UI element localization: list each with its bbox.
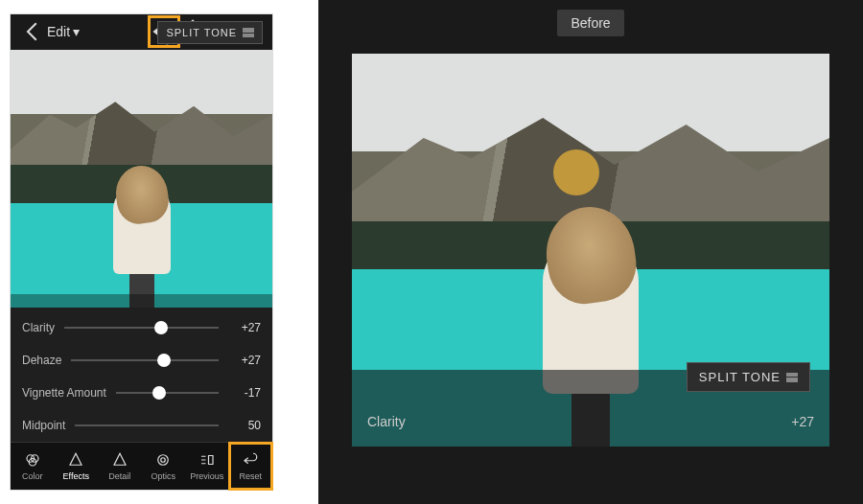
chevron-down-icon[interactable]: ▾	[73, 24, 80, 39]
split-tone-label: SPLIT TONE	[166, 27, 237, 38]
back-button[interactable]	[18, 17, 47, 46]
split-tone-button[interactable]: SPLIT TONE	[687, 362, 810, 392]
slider-value: +27	[228, 321, 261, 334]
slider-track[interactable]	[64, 327, 219, 329]
tab-reset[interactable]: Reset	[229, 443, 273, 490]
tab-previous[interactable]: Previous	[185, 443, 229, 490]
tab-optics[interactable]: Optics	[142, 443, 186, 490]
tab-detail[interactable]: Detail	[98, 443, 142, 490]
touch-indicator-icon	[553, 149, 599, 195]
slider-value: 50	[228, 419, 261, 432]
adjustments-panel: Clarity +27 Dehaze +27 Vignette Amount -…	[11, 308, 272, 442]
slider-knob[interactable]	[157, 354, 171, 367]
bottom-tabs: Color Effects Detail Optics Previous Res…	[11, 442, 272, 490]
slider-knob[interactable]	[152, 386, 166, 400]
tab-label: Previous	[190, 471, 223, 481]
split-tone-button[interactable]: SPLIT TONE	[157, 21, 263, 44]
slider-track[interactable]	[116, 392, 219, 394]
slider-knob[interactable]	[154, 321, 168, 334]
tab-label: Color	[22, 471, 43, 481]
svg-point-8	[161, 458, 166, 463]
svg-point-7	[158, 455, 169, 466]
split-tone-icon	[786, 373, 798, 382]
phone-panel: Edit ▾ SPLIT TONE Clarity	[10, 13, 273, 491]
slider-label: Clarity	[367, 414, 406, 429]
slider-vignette-amount[interactable]: Vignette Amount -17	[22, 377, 261, 409]
slider-track[interactable]	[71, 359, 219, 361]
slider-dehaze[interactable]: Dehaze +27	[22, 344, 261, 377]
slider-value: -17	[228, 386, 261, 400]
tab-label: Detail	[108, 471, 130, 481]
slider-value: +27	[791, 414, 814, 429]
slider-clarity[interactable]: Clarity +27	[367, 414, 814, 429]
slider-label: Midpoint	[22, 419, 65, 432]
large-adjustments-strip: SPLIT TONE Clarity +27	[352, 370, 829, 447]
tab-label: Reset	[239, 471, 262, 481]
slider-label: Vignette Amount	[22, 386, 106, 400]
tab-label: Optics	[151, 471, 175, 481]
tab-effects[interactable]: Effects	[55, 443, 99, 490]
before-label: Before	[557, 10, 623, 36]
subject	[108, 183, 175, 308]
tab-label: Effects	[63, 471, 89, 481]
slider-clarity[interactable]: Clarity +27	[22, 311, 261, 344]
tab-color[interactable]: Color	[11, 443, 55, 490]
slider-label: Clarity	[22, 321, 55, 334]
slider-midpoint[interactable]: Midpoint 50	[22, 409, 261, 442]
split-tone-label: SPLIT TONE	[699, 370, 781, 384]
large-photo-preview[interactable]: SPLIT TONE Clarity +27	[352, 54, 829, 447]
slider-value: +27	[228, 354, 261, 367]
mode-label[interactable]: Edit	[47, 24, 70, 39]
slider-label: Dehaze	[22, 354, 61, 367]
slider-track[interactable]	[75, 424, 219, 426]
large-preview-panel: Before SPLIT TONE Clarity +27	[318, 0, 863, 504]
photo-preview[interactable]: SPLIT TONE	[11, 50, 272, 308]
split-tone-icon	[243, 28, 254, 37]
